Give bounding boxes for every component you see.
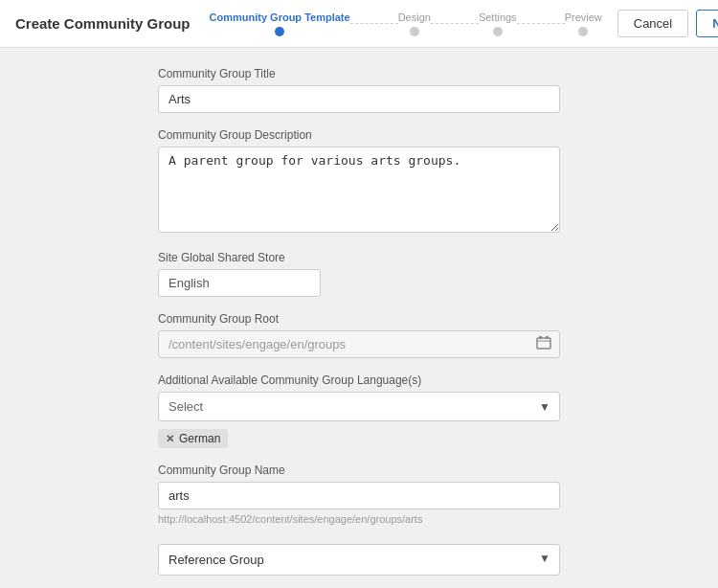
name-input[interactable] [158, 482, 560, 509]
wizard-step-2: Design [398, 11, 431, 36]
step-4-dot [578, 27, 588, 36]
step-connector-3 [517, 23, 565, 24]
step-3-dot [493, 27, 503, 36]
step-1-label: Community Group Template [210, 11, 350, 23]
language-tag-german: ✕ German [158, 429, 228, 448]
step-4-label: Preview [565, 11, 602, 23]
svg-rect-0 [537, 338, 550, 349]
cancel-button[interactable]: Cancel [617, 10, 688, 37]
wizard-step-3: Settings [479, 11, 517, 36]
description-textarea[interactable]: A parent group for <span class="descript… [158, 147, 560, 233]
wizard-step-1: Community Group Template [210, 11, 350, 36]
languages-select-wrapper: Select German French ▼ [158, 392, 560, 421]
description-label: Community Group Description [158, 128, 560, 142]
svg-rect-2 [546, 336, 549, 339]
step-connector-1 [350, 23, 398, 24]
name-label: Community Group Name [158, 464, 560, 477]
step-connector-2 [431, 23, 479, 24]
languages-select[interactable]: Select German French [158, 392, 560, 421]
step-3-label: Settings [479, 11, 517, 23]
description-group: Community Group Description A parent gro… [158, 128, 560, 236]
ref-group-select-wrapper: Reference Group ▼ [158, 540, 560, 576]
tag-label-german: German [179, 432, 220, 445]
shared-store-label: Site Global Shared Store [158, 251, 560, 264]
browse-icon[interactable] [535, 334, 552, 355]
root-label: Community Group Root [158, 312, 560, 326]
languages-label: Additional Available Community Group Lan… [158, 373, 560, 387]
header: Create Community Group Community Group T… [0, 0, 718, 48]
page-title: Create Community Group [15, 15, 191, 32]
step-2-dot [410, 27, 419, 36]
shared-store-group: Site Global Shared Store [158, 251, 560, 297]
tag-remove-german[interactable]: ✕ [166, 433, 174, 445]
root-input [158, 330, 560, 358]
url-hint: http://localhost:4502/content/sites/enga… [158, 513, 560, 525]
shared-store-input[interactable] [158, 269, 321, 297]
step-2-label: Design [398, 11, 431, 23]
ref-group-group: Reference Group ▼ [158, 540, 560, 576]
title-input[interactable] [158, 85, 560, 113]
title-label: Community Group Title [158, 67, 560, 80]
root-field-wrapper [158, 330, 560, 358]
main-content: Community Group Title Community Group De… [0, 48, 718, 588]
next-button[interactable]: Next [696, 10, 718, 37]
ref-group-select[interactable]: Reference Group [158, 544, 560, 576]
languages-group: Additional Available Community Group Lan… [158, 373, 560, 448]
wizard-steps: Community Group Template Design Settings… [210, 11, 602, 36]
svg-rect-1 [539, 336, 542, 339]
title-group: Community Group Title [158, 67, 560, 113]
header-buttons: Cancel Next [617, 10, 718, 37]
wizard-step-4: Preview [565, 11, 602, 36]
tag-container: ✕ German [158, 429, 560, 448]
root-group: Community Group Root [158, 312, 560, 358]
name-group: Community Group Name http://localhost:45… [158, 464, 560, 525]
step-1-dot [275, 27, 284, 36]
